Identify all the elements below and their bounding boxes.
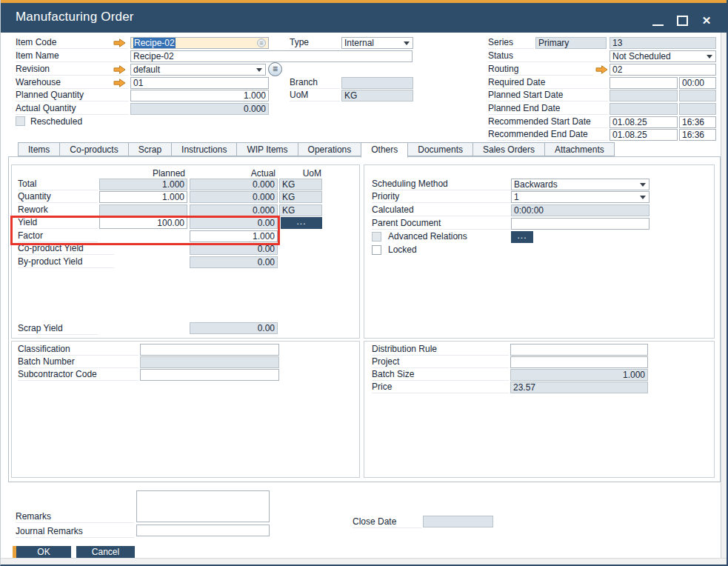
link-arrow-icon[interactable] [113, 79, 126, 87]
recommended-start-time-field[interactable] [679, 116, 716, 128]
project-label: Project [372, 356, 509, 368]
subcontractor-code-field[interactable] [140, 369, 279, 381]
planned-quantity-field[interactable] [130, 90, 269, 101]
required-date-field[interactable] [610, 77, 678, 89]
priority-label: Priority [372, 191, 511, 203]
total-planned-field [99, 179, 187, 190]
type-label: Type [290, 37, 340, 49]
actual-quantity-field [130, 103, 269, 115]
item-name-field[interactable] [130, 50, 413, 62]
tab-co-products[interactable]: Co-products [59, 142, 128, 156]
status-dropdown[interactable]: Not Scheduled [610, 50, 716, 62]
tab-operations[interactable]: Operations [298, 142, 362, 156]
item-code-field[interactable]: Recipe-02 ≡ [130, 37, 269, 49]
scrap-yield-label: Scrap Yield [18, 323, 98, 335]
recommended-end-date-field[interactable] [610, 129, 678, 141]
revision-value: default [133, 64, 160, 75]
close-date-field [423, 516, 493, 527]
classification-groupbox: Classification Batch Number Subcontracto… [11, 341, 360, 478]
yield-more-button[interactable]: ... [281, 217, 322, 229]
journal-remarks-field[interactable] [136, 525, 270, 536]
tab-others[interactable]: Others [361, 142, 408, 158]
status-label: Status [488, 50, 608, 62]
dropdown-caret-icon [707, 55, 712, 59]
item-name-label: Item Name [16, 50, 129, 62]
type-value: Internal [344, 38, 374, 48]
rescheduled-label: Rescheduled [30, 116, 82, 128]
recommended-end-time-field[interactable] [679, 129, 716, 141]
maximize-button[interactable] [674, 13, 692, 28]
batch-size-field [510, 369, 648, 381]
distribution-rule-field[interactable] [510, 344, 648, 356]
required-time-field[interactable] [679, 77, 716, 89]
yield-actual-field [190, 217, 278, 229]
choose-from-list-icon[interactable]: ≡ [257, 39, 266, 47]
link-arrow-icon[interactable] [113, 65, 126, 74]
factor-field[interactable] [190, 230, 278, 242]
scheduling-method-dropdown[interactable]: Backwards [511, 179, 649, 190]
parent-document-label: Parent Document [372, 218, 511, 230]
tab-items[interactable]: Items [18, 142, 60, 156]
uom-field [341, 90, 413, 101]
dropdown-caret-icon [640, 183, 646, 187]
calculated-label: Calculated [372, 204, 511, 216]
locked-checkbox[interactable] [372, 245, 381, 255]
planned-start-date-field [610, 90, 678, 101]
warehouse-label: Warehouse [16, 77, 129, 89]
titlebar: Manufacturing Order ✕ [1, 3, 727, 33]
by-product-yield-field [190, 256, 278, 268]
revision-dropdown[interactable]: default [130, 64, 266, 76]
parent-document-field[interactable] [511, 218, 649, 230]
branch-field [341, 77, 413, 89]
priority-value: 1 [514, 192, 519, 202]
type-dropdown[interactable]: Internal [341, 37, 413, 49]
batch-number-field [140, 356, 279, 368]
quantity-actual-field [190, 191, 278, 203]
warehouse-field[interactable] [130, 77, 269, 89]
link-arrow-icon[interactable] [113, 39, 126, 47]
tab-sales-orders[interactable]: Sales Orders [472, 142, 545, 156]
series-name-field [535, 37, 607, 49]
scheduling-method-value: Backwards [514, 179, 558, 190]
rework-row-label: Rework [18, 204, 98, 216]
scrap-yield-field [190, 322, 278, 334]
yield-planned-field[interactable] [99, 217, 187, 229]
locked-label: Locked [388, 244, 417, 256]
item-code-label: Item Code [16, 37, 129, 49]
planned-quantity-label: Planned Quantity [16, 90, 129, 101]
priority-dropdown[interactable]: 1 [511, 191, 649, 203]
classification-field[interactable] [140, 344, 279, 356]
dropdown-caret-icon [256, 68, 262, 72]
tab-scrap[interactable]: Scrap [128, 142, 172, 156]
by-product-yield-label: By-product Yield [18, 256, 114, 268]
remarks-textarea[interactable] [136, 490, 270, 522]
distribution-rule-label: Distribution Rule [372, 344, 509, 356]
recommended-start-date-field[interactable] [610, 116, 678, 128]
manufacturing-order-window: Manufacturing Order ✕ Item Code Recipe-0… [0, 0, 728, 566]
routing-field[interactable] [610, 64, 716, 76]
planned-end-date-label: Planned End Date [488, 103, 608, 115]
series-label: Series [488, 37, 534, 49]
dropdown-caret-icon [640, 196, 646, 199]
tab-wip-items[interactable]: WIP Items [236, 142, 298, 156]
rework-planned-field [99, 204, 187, 216]
series-number-field [610, 37, 716, 49]
close-button[interactable]: ✕ [698, 13, 715, 28]
minimize-button[interactable] [649, 13, 667, 28]
total-row-label: Total [18, 179, 98, 190]
quantity-planned-field[interactable] [99, 191, 187, 203]
price-label: Price [372, 382, 509, 393]
link-arrow-icon[interactable] [595, 65, 608, 74]
minimize-icon [652, 24, 664, 26]
scheduling-method-label: Scheduling Method [372, 179, 511, 190]
tab-documents[interactable]: Documents [407, 142, 473, 156]
tab-instructions[interactable]: Instructions [171, 142, 237, 156]
project-field[interactable] [510, 356, 648, 368]
recommended-end-date-label: Recommended End Date [488, 129, 608, 141]
quantity-row-label: Quantity [18, 191, 98, 203]
tab-attachments[interactable]: Attachments [544, 142, 615, 156]
revision-list-button[interactable]: ≡ [268, 62, 282, 76]
planned-start-time-field [679, 90, 716, 101]
advanced-relations-button[interactable]: ... [511, 231, 533, 243]
required-date-label: Required Date [488, 77, 608, 89]
